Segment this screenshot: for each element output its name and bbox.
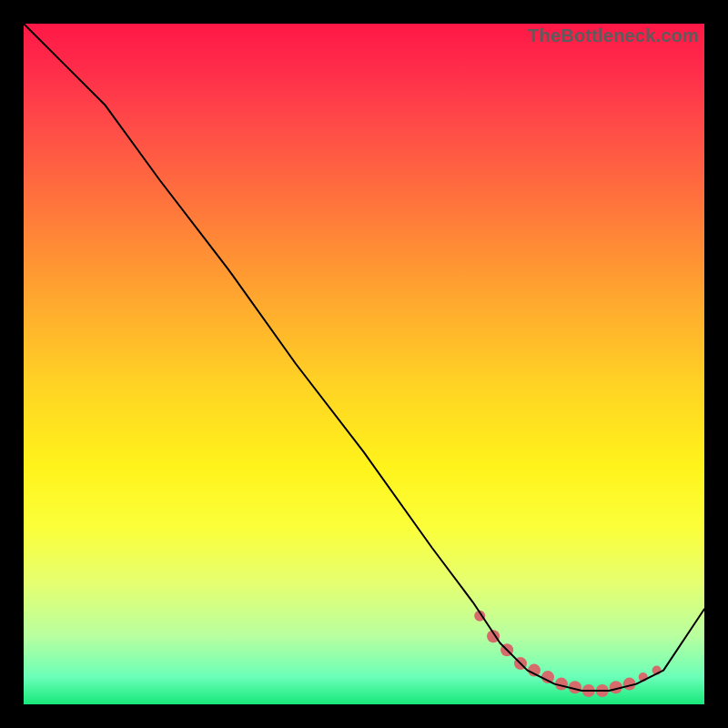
chart-frame: TheBottleneck.com — [18, 18, 710, 710]
bottleneck-curve — [24, 24, 704, 691]
chart-plot-area: TheBottleneck.com — [24, 24, 704, 704]
chart-svg — [24, 24, 704, 704]
marker-dot — [528, 664, 541, 677]
